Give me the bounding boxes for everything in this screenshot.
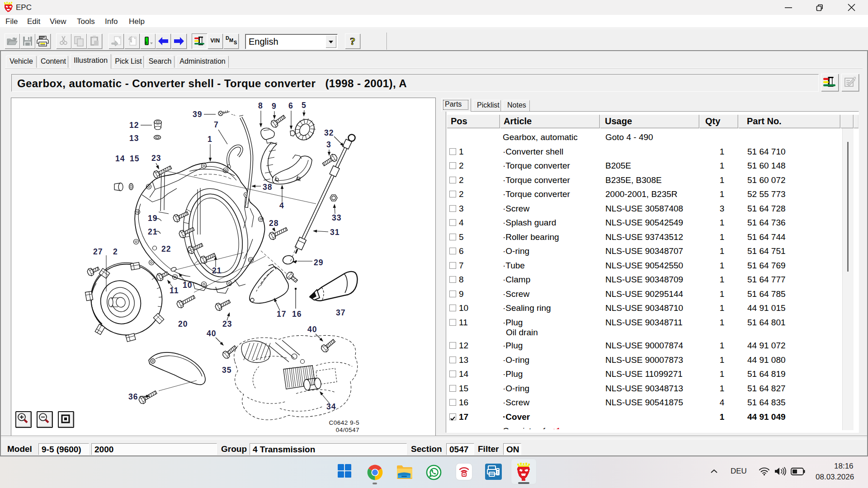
svg-text:C0642 9-5: C0642 9-5 — [329, 419, 359, 426]
svg-text:22: 22 — [161, 244, 171, 253]
svg-text:32: 32 — [324, 128, 334, 137]
svg-text:12: 12 — [129, 121, 139, 130]
svg-text:4: 4 — [279, 201, 284, 210]
svg-text:23: 23 — [151, 154, 161, 163]
svg-text:?: ? — [350, 35, 355, 47]
svg-text:34: 34 — [326, 402, 336, 411]
svg-text:29: 29 — [314, 258, 323, 267]
svg-text:1: 1 — [208, 135, 212, 144]
svg-text:31: 31 — [330, 228, 340, 237]
svg-text:14: 14 — [115, 154, 125, 163]
svg-text:36: 36 — [128, 392, 138, 401]
svg-text:35: 35 — [222, 366, 231, 375]
svg-text:7: 7 — [214, 120, 219, 129]
svg-text:17: 17 — [277, 310, 286, 319]
svg-text:6: 6 — [288, 101, 293, 110]
svg-text:28: 28 — [269, 219, 278, 228]
svg-text:21: 21 — [212, 266, 222, 275]
svg-text:11: 11 — [170, 286, 179, 295]
svg-text:27: 27 — [93, 247, 103, 256]
svg-text:2: 2 — [113, 247, 118, 256]
svg-text:21: 21 — [148, 227, 157, 236]
svg-text:9: 9 — [272, 102, 277, 111]
svg-text:38: 38 — [263, 183, 272, 192]
svg-text:15: 15 — [130, 154, 139, 163]
svg-text:04/0547: 04/0547 — [336, 427, 359, 433]
svg-text:40: 40 — [307, 325, 317, 334]
svg-text:20: 20 — [178, 319, 188, 328]
svg-text:8: 8 — [258, 101, 263, 110]
svg-text:40: 40 — [207, 329, 216, 338]
svg-text:5: 5 — [302, 101, 307, 110]
svg-text:16: 16 — [292, 310, 302, 319]
svg-text:39: 39 — [193, 110, 202, 119]
svg-text:33: 33 — [332, 213, 341, 222]
svg-text:10: 10 — [183, 281, 192, 290]
svg-text:3: 3 — [326, 140, 331, 149]
svg-text:19: 19 — [148, 214, 157, 223]
svg-text:37: 37 — [336, 308, 345, 317]
svg-text:23: 23 — [222, 319, 232, 328]
svg-text:13: 13 — [129, 134, 139, 143]
